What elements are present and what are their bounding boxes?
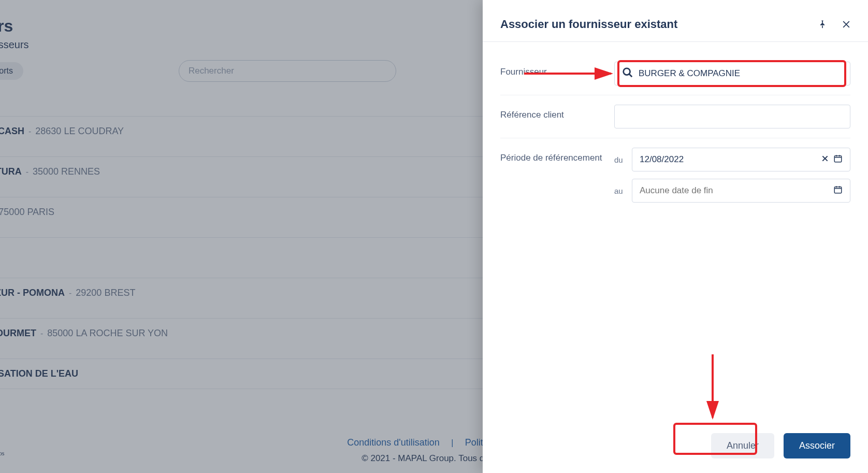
svg-point-0 xyxy=(624,68,630,75)
calendar-icon[interactable] xyxy=(833,154,843,165)
start-date-input[interactable] xyxy=(632,148,850,171)
reference-input[interactable] xyxy=(622,111,843,122)
pin-icon[interactable] xyxy=(817,19,828,30)
reference-label: Référence client xyxy=(500,105,614,120)
associate-supplier-panel: Associer un fournisseur existant Fournis… xyxy=(483,0,868,473)
close-icon[interactable] xyxy=(841,19,851,30)
svg-rect-1 xyxy=(834,156,842,162)
du-label: du xyxy=(614,155,632,164)
calendar-icon[interactable] xyxy=(833,185,843,196)
reference-input-wrapper[interactable] xyxy=(614,105,850,128)
cancel-button[interactable]: Annuler xyxy=(711,433,774,458)
clear-icon[interactable] xyxy=(821,154,829,165)
svg-rect-2 xyxy=(834,187,842,193)
fournisseur-input[interactable] xyxy=(639,68,843,79)
search-icon xyxy=(622,67,633,80)
periode-label: Période de référencement xyxy=(500,148,614,163)
panel-title: Associer un fournisseur existant xyxy=(500,18,677,31)
fournisseur-label: Fournisseur xyxy=(500,62,614,77)
au-label: au xyxy=(614,187,632,195)
submit-button[interactable]: Associer xyxy=(784,433,850,458)
fournisseur-search-input[interactable] xyxy=(614,62,850,85)
end-date-input[interactable] xyxy=(632,179,850,203)
